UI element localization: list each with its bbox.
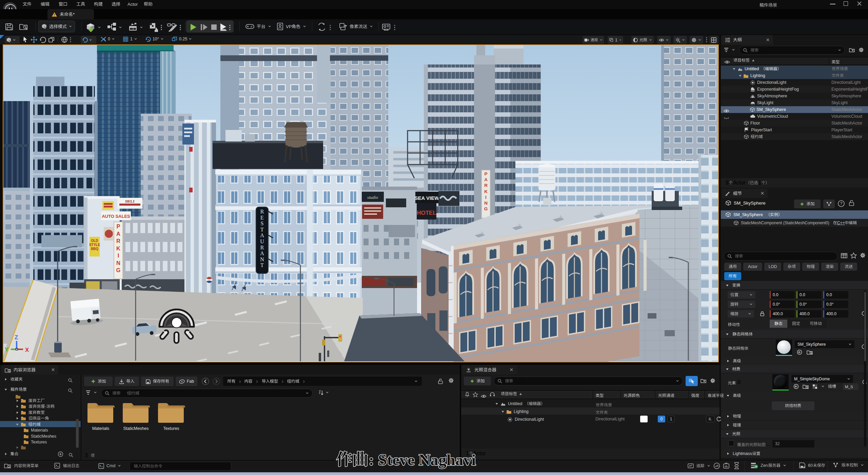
svg-text:: Steve Naghavi: : Steve Naghavi — [369, 451, 476, 469]
svg-text:studio: studio — [367, 195, 378, 200]
svg-text:PARKING: PARKING — [484, 171, 488, 211]
svg-text:Z: Z — [15, 334, 18, 341]
svg-text:X: X — [25, 347, 29, 353]
svg-text:SEA VIEW: SEA VIEW — [415, 195, 440, 201]
svg-text:RESTAURANT: RESTAURANT — [260, 209, 264, 268]
svg-text:AUTO SALES: AUTO SALES — [102, 214, 130, 219]
svg-text:PARKING: PARKING — [116, 223, 121, 273]
svg-text:DELI: DELI — [125, 199, 135, 203]
svg-text:Y: Y — [5, 346, 9, 353]
svg-text:HOTEL: HOTEL — [417, 210, 436, 216]
svg-text:?: ? — [840, 201, 843, 206]
